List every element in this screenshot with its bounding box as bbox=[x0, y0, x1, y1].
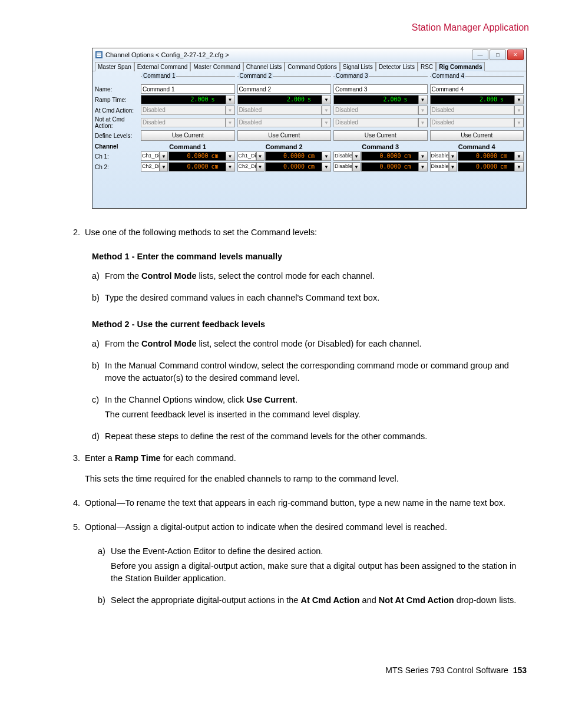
close-button[interactable]: ✕ bbox=[507, 50, 524, 60]
tab-master-span[interactable]: Master Span bbox=[95, 62, 134, 71]
ramp-value-3[interactable]: 2.000 bbox=[333, 95, 403, 104]
group-label-3: Command 3 bbox=[333, 76, 428, 83]
col-header-3: Command 3 bbox=[332, 143, 429, 150]
step-3-note: This sets the time required for the enab… bbox=[85, 473, 527, 485]
use-current-4[interactable]: Use Current bbox=[430, 130, 524, 141]
ramp-value-1[interactable]: 2.000 bbox=[141, 95, 210, 104]
at-action-dd-2: ▼ bbox=[322, 106, 331, 115]
notat-action-4: Disabled bbox=[430, 118, 515, 127]
ch1-unit-dd-3[interactable]: ▼ bbox=[418, 151, 428, 161]
method-2-heading: Method 2 - Use the current feedback leve… bbox=[92, 318, 527, 331]
step-3-text: Enter a Ramp Time for each command. bbox=[85, 452, 527, 465]
ch2-mode-dd-2[interactable]: ▼ bbox=[256, 162, 265, 172]
ch1-mode-dd-3[interactable]: ▼ bbox=[352, 151, 361, 161]
ch2-mode-dd-4[interactable]: ▼ bbox=[449, 162, 457, 172]
ch2-val-4[interactable]: 0.0000 bbox=[458, 162, 500, 172]
ch1-mode-2[interactable]: Ch1_Dis bbox=[237, 151, 256, 161]
ch2-mode-2[interactable]: Ch2_Dis bbox=[237, 162, 256, 172]
tab-channel-lists[interactable]: Channel Lists bbox=[243, 62, 285, 71]
step-number-4: 4. bbox=[73, 497, 85, 509]
use-current-2[interactable]: Use Current bbox=[237, 130, 332, 141]
use-current-3[interactable]: Use Current bbox=[333, 130, 428, 141]
ch2-val-1[interactable]: 0.0000 bbox=[168, 162, 210, 172]
ch1-unit-1: cm bbox=[210, 151, 226, 161]
ch2-mode-3[interactable]: Disabled bbox=[333, 162, 352, 172]
ch1-unit-dd-2[interactable]: ▼ bbox=[322, 151, 331, 161]
ramp-value-4[interactable]: 2.000 bbox=[430, 95, 500, 104]
ch2-val-3[interactable]: 0.0000 bbox=[361, 162, 403, 172]
tab-rig-commands[interactable]: Rig Commands bbox=[436, 62, 485, 71]
name-input-3[interactable] bbox=[333, 84, 428, 94]
ch1-label: Ch 1: bbox=[94, 153, 140, 160]
ramp-unit-dd-4[interactable]: ▼ bbox=[514, 95, 524, 104]
notat-action-2: Disabled bbox=[237, 118, 322, 127]
ch2-unit-dd-1[interactable]: ▼ bbox=[226, 162, 235, 172]
notat-label: Not at Cmd Action: bbox=[94, 116, 140, 129]
ch2-unit-dd-3[interactable]: ▼ bbox=[418, 162, 428, 172]
minimize-button[interactable]: — bbox=[472, 50, 488, 60]
m2-letter-c: c) bbox=[92, 394, 105, 406]
step-number-5: 5. bbox=[73, 521, 85, 533]
m1-a-text: From the Control Mode lists, select the … bbox=[105, 270, 527, 282]
ch1-mode-dd-1[interactable]: ▼ bbox=[160, 151, 168, 161]
ramp-unit-dd-2[interactable]: ▼ bbox=[322, 95, 331, 104]
name-input-1[interactable] bbox=[141, 84, 235, 94]
app-icon bbox=[95, 51, 103, 59]
ramp-unit-dd-3[interactable]: ▼ bbox=[418, 95, 428, 104]
s5-letter-a: a) bbox=[98, 545, 111, 558]
tab-rsc[interactable]: RSC bbox=[418, 62, 436, 71]
at-action-2: Disabled bbox=[237, 106, 322, 115]
ch1-unit-3: cm bbox=[403, 151, 418, 161]
ch1-mode-1[interactable]: Ch1_Dis bbox=[141, 151, 160, 161]
tab-strip: Master Span External Command Master Comm… bbox=[92, 61, 526, 71]
at-action-dd-3: ▼ bbox=[418, 106, 428, 115]
group-label-4: Command 4 bbox=[430, 76, 524, 83]
s5-a-text: Use the Event-Action Editor to define th… bbox=[111, 545, 527, 558]
name-input-2[interactable] bbox=[237, 84, 332, 94]
notat-action-dd-3: ▼ bbox=[418, 118, 428, 127]
ch1-val-1[interactable]: 0.0000 bbox=[168, 151, 210, 161]
tab-command-options[interactable]: Command Options bbox=[285, 62, 339, 71]
ch2-mode-dd-1[interactable]: ▼ bbox=[160, 162, 168, 172]
at-action-3: Disabled bbox=[333, 106, 418, 115]
ramp-value-2[interactable]: 2.000 bbox=[237, 95, 307, 104]
ch2-unit-dd-2[interactable]: ▼ bbox=[322, 162, 331, 172]
document-body: 2. Use one of the following methods to s… bbox=[35, 226, 527, 607]
m2-letter-b: b) bbox=[92, 360, 105, 384]
ch1-mode-3[interactable]: Disabled bbox=[333, 151, 352, 161]
maximize-button[interactable]: □ bbox=[490, 50, 506, 60]
ramp-unit-1: s bbox=[210, 95, 226, 104]
svg-rect-3 bbox=[97, 55, 101, 55]
ch1-mode-4[interactable]: Disabled bbox=[430, 151, 449, 161]
s5-letter-b: b) bbox=[98, 594, 111, 607]
ch1-val-2[interactable]: 0.0000 bbox=[265, 151, 307, 161]
ch2-mode-4[interactable]: Disabled bbox=[430, 162, 449, 172]
ch1-mode-dd-4[interactable]: ▼ bbox=[449, 151, 457, 161]
ch1-unit-dd-1[interactable]: ▼ bbox=[226, 151, 235, 161]
tab-signal-lists[interactable]: Signal Lists bbox=[340, 62, 376, 71]
step-number-2: 2. bbox=[73, 226, 85, 239]
ch2-val-2[interactable]: 0.0000 bbox=[265, 162, 307, 172]
ch1-val-4[interactable]: 0.0000 bbox=[458, 151, 500, 161]
m1-letter-a: a) bbox=[92, 270, 105, 282]
col-header-1: Command 1 bbox=[140, 143, 236, 150]
ramp-unit-dd-1[interactable]: ▼ bbox=[226, 95, 235, 104]
name-input-4[interactable] bbox=[430, 84, 524, 94]
group-label-1: Command 1 bbox=[141, 76, 235, 83]
ramp-label: Ramp Time: bbox=[94, 97, 140, 103]
ch1-unit-dd-4[interactable]: ▼ bbox=[514, 151, 524, 161]
tab-master-command[interactable]: Master Command bbox=[190, 62, 243, 71]
define-label: Define Levels: bbox=[94, 133, 140, 139]
ch2-mode-dd-3[interactable]: ▼ bbox=[352, 162, 361, 172]
m2-d-text: Repeat these steps to define the rest of… bbox=[105, 430, 527, 443]
ch2-unit-dd-4[interactable]: ▼ bbox=[514, 162, 524, 172]
tab-external-command[interactable]: External Command bbox=[134, 62, 191, 71]
ch1-mode-dd-2[interactable]: ▼ bbox=[256, 151, 265, 161]
channel-header: Channel bbox=[94, 143, 140, 150]
page-footer: MTS Series 793 Control Software 153 bbox=[35, 666, 527, 675]
ch2-mode-1[interactable]: Ch2_Dis bbox=[141, 162, 160, 172]
m1-letter-b: b) bbox=[92, 292, 105, 304]
tab-detector-lists[interactable]: Detector Lists bbox=[376, 62, 418, 71]
ch1-val-3[interactable]: 0.0000 bbox=[361, 151, 403, 161]
use-current-1[interactable]: Use Current bbox=[141, 130, 235, 141]
